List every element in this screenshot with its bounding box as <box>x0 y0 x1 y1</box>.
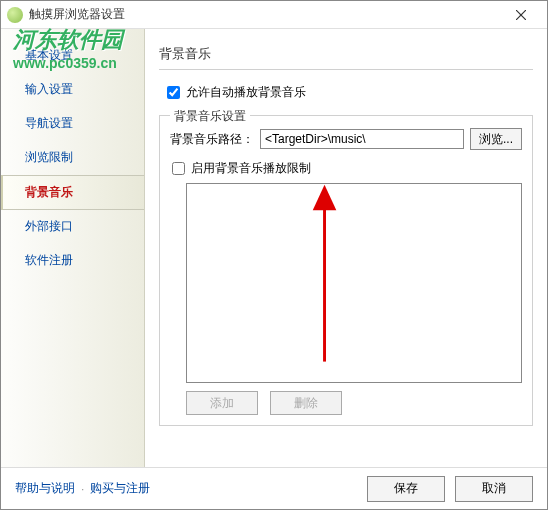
list-buttons: 添加 删除 <box>186 391 522 415</box>
titlebar: 触摸屏浏览器设置 <box>1 1 547 29</box>
save-button[interactable]: 保存 <box>367 476 445 502</box>
annotation-arrow <box>187 184 521 382</box>
help-link[interactable]: 帮助与说明 <box>15 480 75 497</box>
limit-row: 启用背景音乐播放限制 <box>172 160 522 177</box>
autoplay-label: 允许自动播放背景音乐 <box>186 84 306 101</box>
sidebar-item-input[interactable]: 输入设置 <box>1 73 144 107</box>
browse-button[interactable]: 浏览... <box>470 128 522 150</box>
sidebar: 基本设置 输入设置 导航设置 浏览限制 背景音乐 外部接口 软件注册 <box>1 29 145 509</box>
svg-marker-3 <box>313 185 337 211</box>
window-title: 触摸屏浏览器设置 <box>29 6 501 23</box>
separator: · <box>81 482 84 496</box>
sidebar-item-browse-limit[interactable]: 浏览限制 <box>1 141 144 175</box>
close-icon <box>516 10 526 20</box>
add-button[interactable]: 添加 <box>186 391 258 415</box>
sidebar-item-basic[interactable]: 基本设置 <box>1 39 144 73</box>
sidebar-item-external[interactable]: 外部接口 <box>1 210 144 244</box>
music-listbox[interactable] <box>186 183 522 383</box>
sidebar-item-nav[interactable]: 导航设置 <box>1 107 144 141</box>
limit-checkbox[interactable] <box>172 162 185 175</box>
limit-label: 启用背景音乐播放限制 <box>191 160 311 177</box>
fieldset-legend: 背景音乐设置 <box>170 108 250 125</box>
path-input[interactable] <box>260 129 464 149</box>
main-panel: 背景音乐 允许自动播放背景音乐 背景音乐设置 背景音乐路径： 浏览... 启用背… <box>145 29 547 509</box>
panel-title: 背景音乐 <box>159 45 533 70</box>
help-links: 帮助与说明 · 购买与注册 <box>15 480 150 497</box>
delete-button[interactable]: 删除 <box>270 391 342 415</box>
content-area: 基本设置 输入设置 导航设置 浏览限制 背景音乐 外部接口 软件注册 背景音乐 … <box>1 29 547 509</box>
sidebar-item-bgmusic[interactable]: 背景音乐 <box>1 175 144 210</box>
path-label: 背景音乐路径： <box>170 131 254 148</box>
sidebar-item-register[interactable]: 软件注册 <box>1 244 144 278</box>
autoplay-checkbox[interactable] <box>167 86 180 99</box>
app-icon <box>7 7 23 23</box>
buy-link[interactable]: 购买与注册 <box>90 480 150 497</box>
settings-window: 触摸屏浏览器设置 河东软件园 www.pc0359.cn 基本设置 输入设置 导… <box>0 0 548 510</box>
cancel-button[interactable]: 取消 <box>455 476 533 502</box>
bgmusic-fieldset: 背景音乐设置 背景音乐路径： 浏览... 启用背景音乐播放限制 <box>159 115 533 426</box>
footer-bar: 帮助与说明 · 购买与注册 保存 取消 <box>1 467 547 509</box>
autoplay-row: 允许自动播放背景音乐 <box>167 84 533 101</box>
close-button[interactable] <box>501 1 541 29</box>
path-row: 背景音乐路径： 浏览... <box>170 128 522 150</box>
